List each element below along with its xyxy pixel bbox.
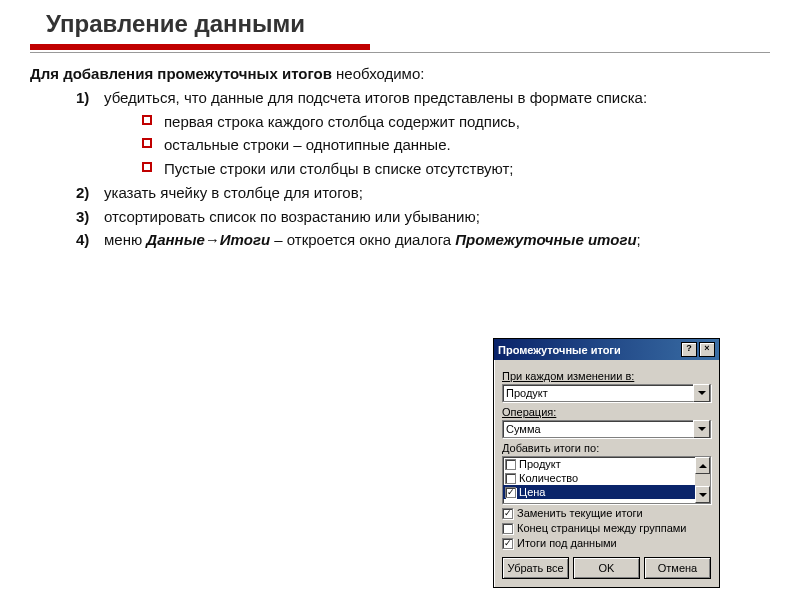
step-1: убедиться, что данные для подсчета итого… <box>76 87 770 180</box>
checkbox-icon[interactable] <box>505 473 516 484</box>
combo-change-in[interactable]: Продукт <box>502 384 711 402</box>
step-3: отсортировать список по возрастанию или … <box>76 206 770 228</box>
scroll-up-icon[interactable] <box>695 457 710 474</box>
title-rule-red <box>30 44 370 50</box>
checkbox-label: Конец страницы между группами <box>517 522 686 534</box>
step-4-mid: – откроется окно диалога <box>270 231 455 248</box>
list-item-label: Продукт <box>519 458 561 470</box>
list-item[interactable]: Количество <box>503 471 710 485</box>
titlebar-buttons: ? × <box>681 342 715 357</box>
step-1-text: убедиться, что данные для подсчета итого… <box>104 89 647 106</box>
help-icon[interactable]: ? <box>681 342 697 357</box>
list-item-selected[interactable]: Цена <box>503 485 710 499</box>
combo-operation-value: Сумма <box>506 423 541 435</box>
intro-line: Для добавления промежуточных итогов необ… <box>30 63 770 85</box>
checkbox-checked-icon[interactable] <box>502 538 513 549</box>
checkbox-checked-icon[interactable] <box>505 487 516 498</box>
bullet-2: остальные строки – однотипные данные. <box>142 134 770 156</box>
checkbox-label: Итоги под данными <box>517 537 617 549</box>
label-operation: Операция: <box>502 406 711 418</box>
step-4-dialogname: Промежуточные итоги <box>455 231 636 248</box>
title-rule-thin <box>30 52 770 53</box>
dialog-buttons: Убрать все OK Отмена <box>502 557 711 579</box>
page-title: Управление данными <box>46 10 770 38</box>
close-icon[interactable]: × <box>699 342 715 357</box>
label-add-totals: Добавить итоги по: <box>502 442 711 454</box>
step-4-pre: меню <box>104 231 146 248</box>
list-item-label: Цена <box>519 486 545 498</box>
label-change-in-text: При каждом изменении в: <box>502 370 634 382</box>
combo-change-in-value: Продукт <box>506 387 548 399</box>
bullet-1: первая строка каждого столбца содержит п… <box>142 111 770 133</box>
step-4-menu: Данные→Итоги <box>146 231 270 248</box>
numbered-list: убедиться, что данные для подсчета итого… <box>30 87 770 251</box>
label-change-in: При каждом изменении в: <box>502 370 711 382</box>
label-add-totals-text: Добавить итоги по: <box>502 442 599 454</box>
cancel-button[interactable]: Отмена <box>644 557 711 579</box>
subtotals-dialog: Промежуточные итоги ? × При каждом измен… <box>493 338 720 588</box>
combo-operation[interactable]: Сумма <box>502 420 711 438</box>
content: Для добавления промежуточных итогов необ… <box>30 63 770 251</box>
intro-prefix: Для добавления промежуточных итогов <box>30 65 332 82</box>
label-operation-text: Операция: <box>502 406 556 418</box>
checkbox-label: Заменить текущие итоги <box>517 507 643 519</box>
checkbox-icon[interactable] <box>502 523 513 534</box>
step-4-post: ; <box>637 231 641 248</box>
ok-button[interactable]: OK <box>573 557 640 579</box>
dialog-body: При каждом изменении в: Продукт Операция… <box>494 360 719 587</box>
dialog-title: Промежуточные итоги <box>498 344 621 356</box>
checkbox-replace[interactable]: Заменить текущие итоги <box>502 507 711 519</box>
intro-suffix: необходимо: <box>332 65 425 82</box>
listbox-add-totals[interactable]: Продукт Количество Цена <box>502 456 711 504</box>
bullet-3: Пустые строки или столбцы в списке отсут… <box>142 158 770 180</box>
step-2: указать ячейку в столбце для итогов; <box>76 182 770 204</box>
step-4: меню Данные→Итоги – откроется окно диало… <box>76 229 770 251</box>
checkbox-under-data[interactable]: Итоги под данными <box>502 537 711 549</box>
slide: Управление данными Для добавления промеж… <box>0 0 800 600</box>
chevron-down-icon[interactable] <box>693 420 710 438</box>
remove-all-button[interactable]: Убрать все <box>502 557 569 579</box>
list-item[interactable]: Продукт <box>503 457 710 471</box>
checkbox-pagebreak[interactable]: Конец страницы между группами <box>502 522 711 534</box>
scrollbar[interactable] <box>695 457 710 503</box>
checkbox-checked-icon[interactable] <box>502 508 513 519</box>
checkbox-icon[interactable] <box>505 459 516 470</box>
list-item-label: Количество <box>519 472 578 484</box>
bullet-list: первая строка каждого столбца содержит п… <box>104 111 770 180</box>
dialog-titlebar[interactable]: Промежуточные итоги ? × <box>494 339 719 360</box>
chevron-down-icon[interactable] <box>693 384 710 402</box>
scroll-down-icon[interactable] <box>695 486 710 503</box>
